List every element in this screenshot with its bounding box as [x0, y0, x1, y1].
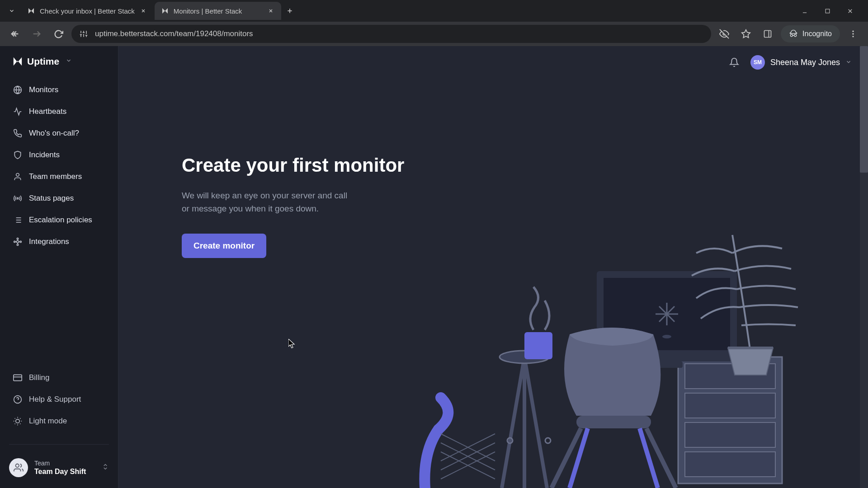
svg-line-81: [502, 357, 524, 488]
svg-point-39: [17, 241, 19, 243]
site-info-icon[interactable]: [79, 29, 89, 39]
svg-line-88: [441, 434, 495, 461]
svg-rect-24: [764, 31, 771, 38]
svg-rect-69: [604, 278, 730, 350]
sidebar-item-label: Heartbeats: [29, 107, 66, 116]
svg-line-80: [646, 428, 676, 488]
maximize-button[interactable]: [821, 5, 834, 17]
sidebar-item-integrations[interactable]: Integrations: [5, 231, 113, 252]
scrollbar[interactable]: [860, 46, 868, 488]
svg-line-55: [15, 418, 15, 419]
sidebar-item-monitors[interactable]: Monitors: [5, 80, 113, 100]
globe-icon: [13, 85, 23, 95]
favicon-icon: [27, 7, 35, 15]
svg-line-79: [552, 428, 581, 488]
browser-menu-icon[interactable]: [844, 25, 862, 42]
svg-point-52: [16, 419, 19, 423]
sidebar-item-lightmode[interactable]: Light mode: [5, 411, 113, 432]
svg-point-71: [662, 335, 671, 338]
sidebar-item-label: Billing: [29, 373, 49, 382]
team-switcher[interactable]: Team Team Day Shift: [0, 451, 118, 488]
topbar: SM Sheena May Jones: [118, 46, 868, 79]
user-menu[interactable]: SM Sheena May Jones: [750, 55, 852, 70]
divider: [9, 444, 109, 445]
incognito-label: Incognito: [802, 30, 832, 38]
back-button[interactable]: [6, 25, 24, 42]
favicon-icon: [161, 7, 169, 15]
sidebar-item-heartbeats[interactable]: Heartbeats: [5, 101, 113, 122]
svg-line-60: [20, 418, 20, 419]
reload-button[interactable]: [50, 25, 67, 42]
tab-title: Monitors | Better Stack: [174, 7, 262, 15]
svg-line-86: [441, 452, 495, 479]
brand-switcher[interactable]: Uptime: [0, 56, 118, 80]
sidebar-nav: Monitors Heartbeats Who's on-call? Incid…: [0, 80, 118, 252]
svg-rect-65: [685, 422, 775, 447]
svg-point-40: [17, 238, 18, 239]
sidebar-item-label: Help & Support: [29, 395, 81, 404]
sidebar-item-help[interactable]: Help & Support: [5, 389, 113, 410]
sidebar-item-label: Integrations: [29, 237, 69, 246]
user-icon: [13, 172, 23, 182]
sidebar-item-billing[interactable]: Billing: [5, 367, 113, 388]
svg-rect-62: [678, 357, 782, 483]
team-label: Team: [34, 460, 95, 467]
sidebar-item-oncall[interactable]: Who's on-call?: [5, 123, 113, 144]
minimize-button[interactable]: [798, 5, 811, 17]
svg-rect-7: [826, 9, 830, 13]
svg-line-59: [15, 423, 15, 424]
svg-point-32: [17, 197, 18, 199]
forward-button[interactable]: [28, 25, 45, 42]
hero: Create your first monitor We will keep a…: [182, 155, 404, 258]
browser-chrome: Check your inbox | Better Stack Monitors…: [0, 0, 868, 46]
help-icon: [13, 394, 23, 404]
incognito-badge[interactable]: Incognito: [781, 25, 840, 42]
tab-monitors[interactable]: Monitors | Better Stack: [155, 2, 281, 20]
sidebar-item-label: Who's on-call?: [29, 129, 79, 138]
tab-inbox[interactable]: Check your inbox | Better Stack: [21, 2, 154, 20]
main-content: SM Sheena May Jones Create your first mo…: [118, 46, 868, 488]
page-subtitle: We will keep an eye on your server and c…: [182, 189, 349, 216]
bookmark-star-icon[interactable]: [737, 25, 755, 42]
svg-line-90: [441, 443, 495, 470]
notifications-button[interactable]: [729, 57, 740, 68]
close-icon[interactable]: [267, 7, 275, 15]
svg-line-87: [441, 443, 495, 470]
eye-off-icon[interactable]: [716, 25, 733, 42]
svg-line-74: [659, 306, 675, 322]
window-controls: [798, 5, 864, 17]
chevron-down-icon: [66, 57, 72, 66]
close-icon[interactable]: [139, 7, 147, 15]
list-icon: [13, 215, 23, 225]
svg-line-89: [441, 452, 495, 479]
brand-name: Uptime: [27, 56, 59, 67]
sidebar-item-statuspages[interactable]: Status pages: [5, 188, 113, 209]
team-avatar-icon: [9, 458, 28, 477]
incognito-icon: [789, 29, 798, 38]
svg-line-78: [640, 428, 658, 488]
sidebar-item-label: Team members: [29, 172, 82, 181]
plug-icon: [13, 237, 23, 247]
app: Uptime Monitors Heartbeats Who's on-call…: [0, 46, 868, 488]
sidebar-bottom: Billing Help & Support Light mode: [0, 367, 118, 438]
tab-title: Check your inbox | Better Stack: [40, 7, 135, 15]
scrollbar-thumb[interactable]: [860, 46, 868, 173]
sidebar-item-escalation[interactable]: Escalation policies: [5, 210, 113, 230]
new-tab-button[interactable]: [282, 3, 297, 19]
mouse-cursor: [288, 339, 296, 349]
card-icon: [13, 373, 23, 383]
svg-line-91: [441, 434, 495, 461]
svg-point-84: [500, 351, 549, 363]
sidebar-item-incidents[interactable]: Incidents: [5, 145, 113, 165]
svg-rect-70: [651, 361, 683, 368]
avatar: SM: [750, 55, 765, 70]
hero-illustration: [398, 163, 841, 488]
create-monitor-button[interactable]: Create monitor: [182, 234, 266, 258]
tab-search-dropdown[interactable]: [4, 3, 20, 19]
sidebar-item-team[interactable]: Team members: [5, 166, 113, 187]
side-panel-icon[interactable]: [759, 25, 776, 42]
url-box[interactable]: uptime.betterstack.com/team/192408/monit…: [71, 25, 711, 43]
svg-point-43: [17, 244, 18, 245]
url-text: uptime.betterstack.com/team/192408/monit…: [95, 29, 253, 38]
close-window-button[interactable]: [844, 5, 856, 17]
